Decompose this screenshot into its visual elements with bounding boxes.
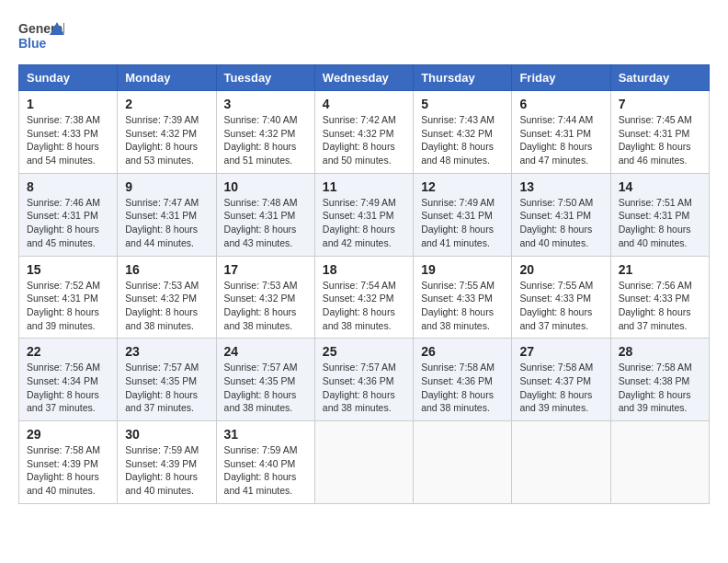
day-info: Sunrise: 7:46 AMSunset: 4:31 PMDaylight:…	[27, 196, 109, 250]
day-info: Sunrise: 7:55 AMSunset: 4:33 PMDaylight:…	[421, 279, 504, 333]
calendar-cell: 30Sunrise: 7:59 AMSunset: 4:39 PMDayligh…	[118, 421, 216, 504]
calendar-cell: 17Sunrise: 7:53 AMSunset: 4:32 PMDayligh…	[216, 256, 314, 339]
calendar-cell: 8Sunrise: 7:46 AMSunset: 4:31 PMDaylight…	[19, 173, 118, 256]
calendar-cell: 19Sunrise: 7:55 AMSunset: 4:33 PMDayligh…	[414, 256, 512, 339]
calendar-header-friday: Friday	[512, 65, 610, 91]
day-number: 28	[619, 344, 701, 359]
day-info: Sunrise: 7:48 AMSunset: 4:31 PMDaylight:…	[224, 196, 307, 250]
svg-text:Blue: Blue	[18, 36, 47, 51]
day-number: 30	[125, 427, 208, 442]
calendar-cell	[414, 421, 512, 504]
day-info: Sunrise: 7:43 AMSunset: 4:32 PMDaylight:…	[421, 113, 504, 167]
day-info: Sunrise: 7:54 AMSunset: 4:32 PMDaylight:…	[323, 279, 405, 333]
day-info: Sunrise: 7:49 AMSunset: 4:31 PMDaylight:…	[421, 196, 504, 250]
calendar-header-monday: Monday	[118, 65, 216, 91]
day-number: 7	[619, 97, 701, 111]
day-number: 22	[27, 344, 109, 359]
day-number: 21	[619, 262, 701, 277]
day-number: 3	[224, 97, 307, 111]
calendar-cell: 10Sunrise: 7:48 AMSunset: 4:31 PMDayligh…	[216, 173, 314, 256]
calendar-cell: 27Sunrise: 7:58 AMSunset: 4:37 PMDayligh…	[512, 339, 610, 421]
day-info: Sunrise: 7:50 AMSunset: 4:31 PMDaylight:…	[519, 196, 602, 250]
calendar-week-1: 1Sunrise: 7:38 AMSunset: 4:33 PMDaylight…	[19, 91, 710, 174]
day-number: 29	[27, 427, 109, 442]
day-info: Sunrise: 7:53 AMSunset: 4:32 PMDaylight:…	[125, 279, 208, 333]
calendar-week-4: 22Sunrise: 7:56 AMSunset: 4:34 PMDayligh…	[19, 339, 710, 421]
day-info: Sunrise: 7:56 AMSunset: 4:33 PMDaylight:…	[619, 279, 701, 333]
day-info: Sunrise: 7:57 AMSunset: 4:35 PMDaylight:…	[224, 361, 307, 415]
day-info: Sunrise: 7:59 AMSunset: 4:40 PMDaylight:…	[224, 443, 307, 498]
day-number: 1	[27, 97, 109, 111]
calendar-cell: 26Sunrise: 7:58 AMSunset: 4:36 PMDayligh…	[414, 339, 512, 421]
day-info: Sunrise: 7:44 AMSunset: 4:31 PMDaylight:…	[519, 113, 602, 167]
day-number: 31	[224, 427, 307, 442]
day-number: 11	[323, 179, 405, 194]
day-number: 19	[421, 262, 504, 277]
day-number: 27	[519, 344, 602, 359]
day-number: 23	[125, 344, 208, 359]
calendar-header-saturday: Saturday	[610, 65, 709, 91]
calendar-cell	[512, 421, 610, 504]
calendar-week-3: 15Sunrise: 7:52 AMSunset: 4:31 PMDayligh…	[19, 256, 710, 339]
calendar-cell: 12Sunrise: 7:49 AMSunset: 4:31 PMDayligh…	[414, 173, 512, 256]
day-info: Sunrise: 7:47 AMSunset: 4:31 PMDaylight:…	[125, 196, 208, 250]
day-number: 20	[519, 262, 602, 277]
day-info: Sunrise: 7:52 AMSunset: 4:31 PMDaylight:…	[27, 279, 109, 333]
calendar-cell: 4Sunrise: 7:42 AMSunset: 4:32 PMDaylight…	[314, 91, 413, 174]
calendar-cell: 15Sunrise: 7:52 AMSunset: 4:31 PMDayligh…	[19, 256, 118, 339]
day-info: Sunrise: 7:49 AMSunset: 4:31 PMDaylight:…	[323, 196, 405, 250]
calendar-cell: 18Sunrise: 7:54 AMSunset: 4:32 PMDayligh…	[314, 256, 413, 339]
calendar-cell: 25Sunrise: 7:57 AMSunset: 4:36 PMDayligh…	[314, 339, 413, 421]
day-info: Sunrise: 7:38 AMSunset: 4:33 PMDaylight:…	[27, 113, 109, 167]
day-info: Sunrise: 7:45 AMSunset: 4:31 PMDaylight:…	[619, 113, 701, 167]
day-number: 14	[619, 179, 701, 194]
day-info: Sunrise: 7:42 AMSunset: 4:32 PMDaylight:…	[323, 113, 405, 167]
calendar-header-wednesday: Wednesday	[314, 65, 413, 91]
day-info: Sunrise: 7:53 AMSunset: 4:32 PMDaylight:…	[224, 279, 307, 333]
day-number: 18	[323, 262, 405, 277]
day-info: Sunrise: 7:59 AMSunset: 4:39 PMDaylight:…	[125, 443, 208, 498]
day-number: 12	[421, 179, 504, 194]
calendar-cell: 22Sunrise: 7:56 AMSunset: 4:34 PMDayligh…	[19, 339, 118, 421]
calendar-cell: 16Sunrise: 7:53 AMSunset: 4:32 PMDayligh…	[118, 256, 216, 339]
day-info: Sunrise: 7:57 AMSunset: 4:35 PMDaylight:…	[125, 361, 208, 415]
day-info: Sunrise: 7:55 AMSunset: 4:33 PMDaylight:…	[519, 279, 602, 333]
calendar-cell: 11Sunrise: 7:49 AMSunset: 4:31 PMDayligh…	[314, 173, 413, 256]
page-header: General Blue	[18, 18, 710, 55]
day-number: 25	[323, 344, 405, 359]
calendar-cell	[610, 421, 709, 504]
day-number: 4	[323, 97, 405, 111]
calendar-cell: 31Sunrise: 7:59 AMSunset: 4:40 PMDayligh…	[216, 421, 314, 504]
calendar-cell: 13Sunrise: 7:50 AMSunset: 4:31 PMDayligh…	[512, 173, 610, 256]
calendar-cell: 28Sunrise: 7:58 AMSunset: 4:38 PMDayligh…	[610, 339, 709, 421]
day-number: 2	[125, 97, 208, 111]
day-info: Sunrise: 7:58 AMSunset: 4:37 PMDaylight:…	[519, 361, 602, 415]
calendar-header-row: SundayMondayTuesdayWednesdayThursdayFrid…	[19, 65, 710, 91]
logo: General Blue	[18, 18, 64, 55]
day-number: 26	[421, 344, 504, 359]
day-number: 17	[224, 262, 307, 277]
calendar-cell: 3Sunrise: 7:40 AMSunset: 4:32 PMDaylight…	[216, 91, 314, 174]
day-info: Sunrise: 7:58 AMSunset: 4:38 PMDaylight:…	[619, 361, 701, 415]
calendar-header-sunday: Sunday	[19, 65, 118, 91]
calendar-cell: 1Sunrise: 7:38 AMSunset: 4:33 PMDaylight…	[19, 91, 118, 174]
day-info: Sunrise: 7:58 AMSunset: 4:36 PMDaylight:…	[421, 361, 504, 415]
day-number: 10	[224, 179, 307, 194]
calendar-cell: 14Sunrise: 7:51 AMSunset: 4:31 PMDayligh…	[610, 173, 709, 256]
day-number: 5	[421, 97, 504, 111]
day-number: 6	[519, 97, 602, 111]
calendar-header-thursday: Thursday	[414, 65, 512, 91]
day-number: 13	[519, 179, 602, 194]
calendar-cell: 23Sunrise: 7:57 AMSunset: 4:35 PMDayligh…	[118, 339, 216, 421]
day-info: Sunrise: 7:57 AMSunset: 4:36 PMDaylight:…	[323, 361, 405, 415]
calendar-cell: 24Sunrise: 7:57 AMSunset: 4:35 PMDayligh…	[216, 339, 314, 421]
calendar-header-tuesday: Tuesday	[216, 65, 314, 91]
calendar-cell: 7Sunrise: 7:45 AMSunset: 4:31 PMDaylight…	[610, 91, 709, 174]
day-info: Sunrise: 7:40 AMSunset: 4:32 PMDaylight:…	[224, 113, 307, 167]
calendar-cell: 5Sunrise: 7:43 AMSunset: 4:32 PMDaylight…	[414, 91, 512, 174]
calendar-cell	[314, 421, 413, 504]
calendar-cell: 29Sunrise: 7:58 AMSunset: 4:39 PMDayligh…	[19, 421, 118, 504]
calendar-table: SundayMondayTuesdayWednesdayThursdayFrid…	[18, 64, 710, 504]
day-info: Sunrise: 7:56 AMSunset: 4:34 PMDaylight:…	[27, 361, 109, 415]
day-number: 24	[224, 344, 307, 359]
